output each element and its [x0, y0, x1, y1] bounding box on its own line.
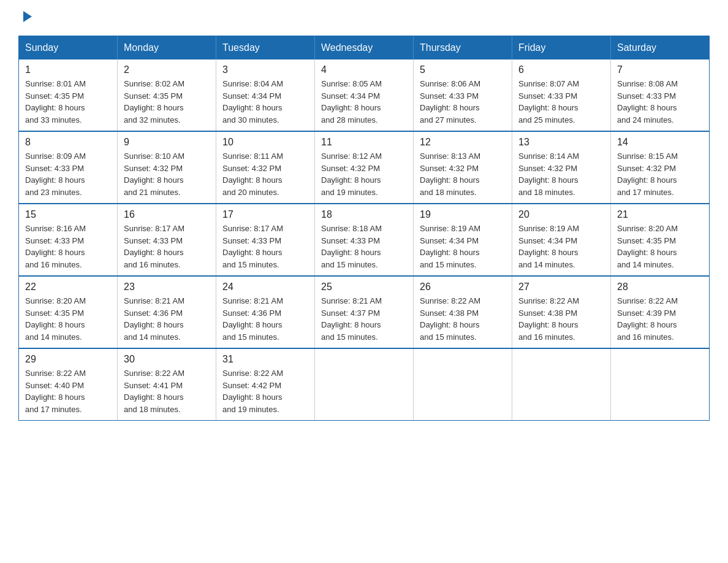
- calendar-cell: 22 Sunrise: 8:20 AMSunset: 4:35 PMDaylig…: [19, 276, 118, 348]
- day-number: 22: [25, 282, 111, 293]
- calendar-header-saturday: Saturday: [611, 36, 710, 60]
- day-info: Sunrise: 8:22 AMSunset: 4:38 PMDaylight:…: [518, 296, 579, 342]
- day-number: 15: [25, 209, 111, 220]
- day-info: Sunrise: 8:15 AMSunset: 4:32 PMDaylight:…: [617, 151, 678, 197]
- calendar-cell: 30 Sunrise: 8:22 AMSunset: 4:41 PMDaylig…: [118, 348, 216, 421]
- day-number: 20: [518, 209, 604, 220]
- calendar-cell: [315, 348, 414, 421]
- day-info: Sunrise: 8:17 AMSunset: 4:33 PMDaylight:…: [222, 224, 283, 269]
- day-number: 10: [222, 137, 308, 148]
- day-number: 3: [222, 64, 308, 75]
- calendar-cell: 31 Sunrise: 8:22 AMSunset: 4:42 PMDaylig…: [216, 348, 315, 421]
- day-number: 28: [617, 282, 703, 293]
- day-number: 9: [124, 137, 210, 148]
- day-info: Sunrise: 8:16 AMSunset: 4:33 PMDaylight:…: [25, 224, 86, 269]
- calendar-cell: 7 Sunrise: 8:08 AMSunset: 4:33 PMDayligh…: [611, 59, 710, 131]
- day-number: 5: [420, 64, 506, 75]
- day-info: Sunrise: 8:06 AMSunset: 4:33 PMDaylight:…: [420, 79, 480, 124]
- calendar-cell: 15 Sunrise: 8:16 AMSunset: 4:33 PMDaylig…: [19, 204, 118, 276]
- calendar-cell: 18 Sunrise: 8:18 AMSunset: 4:33 PMDaylig…: [315, 204, 414, 276]
- day-info: Sunrise: 8:19 AMSunset: 4:34 PMDaylight:…: [420, 224, 480, 269]
- calendar-cell: 3 Sunrise: 8:04 AMSunset: 4:34 PMDayligh…: [216, 59, 315, 131]
- day-number: 14: [617, 137, 703, 148]
- day-number: 24: [222, 282, 308, 293]
- calendar-cell: 13 Sunrise: 8:14 AMSunset: 4:32 PMDaylig…: [512, 131, 611, 204]
- day-info: Sunrise: 8:10 AMSunset: 4:32 PMDaylight:…: [124, 151, 184, 197]
- day-number: 30: [124, 354, 210, 365]
- day-number: 29: [25, 354, 111, 365]
- calendar-week-row: 8 Sunrise: 8:09 AMSunset: 4:33 PMDayligh…: [19, 131, 710, 204]
- calendar-cell: 28 Sunrise: 8:22 AMSunset: 4:39 PMDaylig…: [611, 276, 710, 348]
- calendar-header-friday: Friday: [512, 36, 611, 60]
- day-info: Sunrise: 8:22 AMSunset: 4:42 PMDaylight:…: [222, 369, 283, 414]
- day-info: Sunrise: 8:01 AMSunset: 4:35 PMDaylight:…: [25, 79, 86, 124]
- logo-triangle-icon: [20, 10, 33, 23]
- day-info: Sunrise: 8:20 AMSunset: 4:35 PMDaylight:…: [25, 296, 86, 342]
- day-number: 12: [420, 137, 506, 148]
- calendar-cell: 5 Sunrise: 8:06 AMSunset: 4:33 PMDayligh…: [414, 59, 512, 131]
- calendar-cell: 17 Sunrise: 8:17 AMSunset: 4:33 PMDaylig…: [216, 204, 315, 276]
- day-number: 18: [321, 209, 407, 220]
- day-number: 2: [124, 64, 210, 75]
- calendar-cell: 2 Sunrise: 8:02 AMSunset: 4:35 PMDayligh…: [118, 59, 216, 131]
- day-number: 16: [124, 209, 210, 220]
- calendar-cell: 25 Sunrise: 8:21 AMSunset: 4:37 PMDaylig…: [315, 276, 414, 348]
- logo: [18, 12, 33, 23]
- day-info: Sunrise: 8:08 AMSunset: 4:33 PMDaylight:…: [617, 79, 678, 124]
- day-info: Sunrise: 8:19 AMSunset: 4:34 PMDaylight:…: [518, 224, 579, 269]
- day-info: Sunrise: 8:13 AMSunset: 4:32 PMDaylight:…: [420, 151, 480, 197]
- calendar-header-sunday: Sunday: [19, 36, 118, 60]
- calendar-cell: 20 Sunrise: 8:19 AMSunset: 4:34 PMDaylig…: [512, 204, 611, 276]
- day-number: 26: [420, 282, 506, 293]
- day-info: Sunrise: 8:22 AMSunset: 4:39 PMDaylight:…: [617, 296, 678, 342]
- day-info: Sunrise: 8:17 AMSunset: 4:33 PMDaylight:…: [124, 224, 184, 269]
- calendar-cell: 26 Sunrise: 8:22 AMSunset: 4:38 PMDaylig…: [414, 276, 512, 348]
- calendar-header-thursday: Thursday: [414, 36, 512, 60]
- calendar-cell: 23 Sunrise: 8:21 AMSunset: 4:36 PMDaylig…: [118, 276, 216, 348]
- calendar-header-row: SundayMondayTuesdayWednesdayThursdayFrid…: [19, 36, 710, 60]
- day-info: Sunrise: 8:11 AMSunset: 4:32 PMDaylight:…: [222, 151, 283, 197]
- calendar-cell: [611, 348, 710, 421]
- day-number: 19: [420, 209, 506, 220]
- day-number: 11: [321, 137, 407, 148]
- calendar-cell: 10 Sunrise: 8:11 AMSunset: 4:32 PMDaylig…: [216, 131, 315, 204]
- day-info: Sunrise: 8:20 AMSunset: 4:35 PMDaylight:…: [617, 224, 678, 269]
- calendar-week-row: 29 Sunrise: 8:22 AMSunset: 4:40 PMDaylig…: [19, 348, 710, 421]
- day-info: Sunrise: 8:09 AMSunset: 4:33 PMDaylight:…: [25, 151, 86, 197]
- day-number: 17: [222, 209, 308, 220]
- day-number: 21: [617, 209, 703, 220]
- day-info: Sunrise: 8:21 AMSunset: 4:36 PMDaylight:…: [124, 296, 184, 342]
- day-info: Sunrise: 8:18 AMSunset: 4:33 PMDaylight:…: [321, 224, 382, 269]
- day-number: 23: [124, 282, 210, 293]
- day-info: Sunrise: 8:22 AMSunset: 4:40 PMDaylight:…: [25, 369, 86, 414]
- svg-marker-0: [23, 11, 32, 22]
- calendar-cell: 24 Sunrise: 8:21 AMSunset: 4:36 PMDaylig…: [216, 276, 315, 348]
- calendar-header-wednesday: Wednesday: [315, 36, 414, 60]
- day-info: Sunrise: 8:04 AMSunset: 4:34 PMDaylight:…: [222, 79, 283, 124]
- calendar-cell: 16 Sunrise: 8:17 AMSunset: 4:33 PMDaylig…: [118, 204, 216, 276]
- calendar-cell: 21 Sunrise: 8:20 AMSunset: 4:35 PMDaylig…: [611, 204, 710, 276]
- day-number: 27: [518, 282, 604, 293]
- calendar-week-row: 15 Sunrise: 8:16 AMSunset: 4:33 PMDaylig…: [19, 204, 710, 276]
- calendar-cell: 14 Sunrise: 8:15 AMSunset: 4:32 PMDaylig…: [611, 131, 710, 204]
- calendar-week-row: 1 Sunrise: 8:01 AMSunset: 4:35 PMDayligh…: [19, 59, 710, 131]
- day-info: Sunrise: 8:22 AMSunset: 4:38 PMDaylight:…: [420, 296, 480, 342]
- day-info: Sunrise: 8:22 AMSunset: 4:41 PMDaylight:…: [124, 369, 184, 414]
- day-info: Sunrise: 8:02 AMSunset: 4:35 PMDaylight:…: [124, 79, 184, 124]
- day-number: 8: [25, 137, 111, 148]
- calendar-week-row: 22 Sunrise: 8:20 AMSunset: 4:35 PMDaylig…: [19, 276, 710, 348]
- calendar-cell: 6 Sunrise: 8:07 AMSunset: 4:33 PMDayligh…: [512, 59, 611, 131]
- day-number: 1: [25, 64, 111, 75]
- day-info: Sunrise: 8:05 AMSunset: 4:34 PMDaylight:…: [321, 79, 382, 124]
- day-number: 7: [617, 64, 703, 75]
- day-number: 25: [321, 282, 407, 293]
- calendar-cell: 4 Sunrise: 8:05 AMSunset: 4:34 PMDayligh…: [315, 59, 414, 131]
- calendar-cell: 12 Sunrise: 8:13 AMSunset: 4:32 PMDaylig…: [414, 131, 512, 204]
- day-info: Sunrise: 8:14 AMSunset: 4:32 PMDaylight:…: [518, 151, 579, 197]
- calendar-header-tuesday: Tuesday: [216, 36, 315, 60]
- day-info: Sunrise: 8:07 AMSunset: 4:33 PMDaylight:…: [518, 79, 579, 124]
- day-info: Sunrise: 8:21 AMSunset: 4:36 PMDaylight:…: [222, 296, 283, 342]
- calendar-cell: [414, 348, 512, 421]
- page-header: [18, 12, 710, 23]
- day-number: 13: [518, 137, 604, 148]
